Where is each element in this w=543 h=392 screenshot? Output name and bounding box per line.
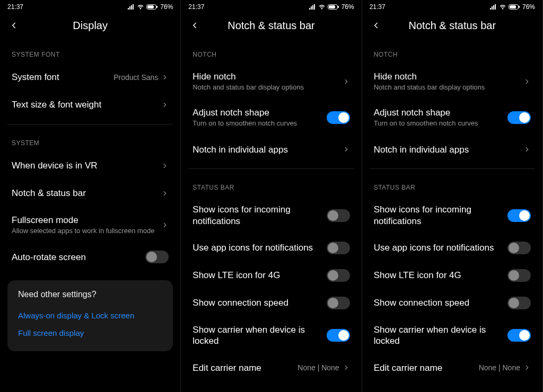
card-title: Need other settings? bbox=[18, 290, 162, 299]
toggle-speed[interactable] bbox=[507, 297, 531, 309]
toggle-autorotate[interactable] bbox=[145, 251, 169, 263]
signal-icon bbox=[309, 4, 316, 10]
toggle-lte[interactable] bbox=[327, 269, 350, 282]
row-app-icons[interactable]: Use app icons for notifications bbox=[370, 234, 535, 262]
row-title: Text size & font weight bbox=[12, 99, 161, 110]
chevron-right-icon bbox=[161, 162, 169, 170]
battery-pct: 76% bbox=[160, 3, 173, 11]
back-button[interactable] bbox=[7, 19, 20, 32]
row-adjust-notch[interactable]: Adjust notch shape Turn on to smoothen n… bbox=[370, 100, 535, 136]
row-hide-notch[interactable]: Hide notch Notch and status bar display … bbox=[188, 64, 354, 100]
toggle-adjust-notch[interactable] bbox=[507, 111, 531, 124]
svg-rect-2 bbox=[156, 6, 157, 8]
status-bar: 21:37 76% bbox=[0, 0, 180, 13]
row-text-size[interactable]: Text size & font weight bbox=[7, 91, 173, 119]
header: Notch & status bar bbox=[181, 13, 361, 41]
row-notch-individual[interactable]: Notch in individual apps bbox=[188, 136, 354, 163]
svg-rect-7 bbox=[510, 5, 516, 8]
chevron-right-icon bbox=[343, 78, 350, 85]
row-title: Show connection speed bbox=[374, 297, 507, 308]
row-title: Show connection speed bbox=[192, 297, 326, 308]
toggle-lte[interactable] bbox=[507, 269, 531, 282]
row-value: Product Sans bbox=[113, 73, 158, 82]
row-system-font[interactable]: System font Product Sans bbox=[7, 64, 173, 91]
row-value: None | None bbox=[479, 363, 520, 372]
row-title: Notch in individual apps bbox=[192, 144, 342, 155]
status-bar: 21:37 76% bbox=[181, 0, 361, 13]
chevron-left-icon bbox=[9, 21, 19, 30]
row-vr[interactable]: When device is in VR bbox=[7, 152, 173, 180]
chevron-left-icon bbox=[190, 21, 199, 30]
section-header-font: SYSTEM FONT bbox=[7, 41, 173, 64]
row-subtitle: Allow selected apps to work in fullscree… bbox=[12, 227, 161, 236]
toggle-show-icons[interactable] bbox=[327, 209, 350, 222]
row-title: Edit carrier name bbox=[192, 362, 297, 373]
row-show-icons[interactable]: Show icons for incoming notifications bbox=[370, 197, 535, 234]
svg-rect-1 bbox=[147, 5, 154, 8]
section-header-notch: NOTCH bbox=[370, 41, 535, 64]
row-title: Show carrier when device is locked bbox=[374, 324, 507, 347]
chevron-right-icon bbox=[161, 221, 169, 229]
row-autorotate[interactable]: Auto-rotate screen bbox=[7, 243, 173, 271]
row-show-icons[interactable]: Show icons for incoming notifications bbox=[188, 197, 354, 234]
toggle-app-icons[interactable] bbox=[507, 242, 531, 254]
row-hide-notch[interactable]: Hide notch Notch and status bar display … bbox=[370, 64, 535, 100]
toggle-adjust-notch[interactable] bbox=[327, 111, 350, 124]
row-lte[interactable]: Show LTE icon for 4G bbox=[370, 262, 535, 289]
toggle-show-icons[interactable] bbox=[507, 209, 531, 222]
row-speed[interactable]: Show connection speed bbox=[188, 289, 354, 317]
row-edit-carrier[interactable]: Edit carrier name None | None bbox=[370, 354, 535, 381]
back-button[interactable] bbox=[370, 19, 382, 32]
row-title: Hide notch bbox=[374, 71, 523, 82]
page-title: Notch & status bar bbox=[227, 20, 315, 32]
chevron-right-icon bbox=[523, 146, 531, 153]
row-title: Show carrier when device is locked bbox=[192, 324, 326, 347]
row-adjust-notch[interactable]: Adjust notch shape Turn on to smoothen n… bbox=[188, 100, 354, 136]
status-time: 21:37 bbox=[188, 3, 204, 11]
section-header-statusbar: STATUS BAR bbox=[370, 174, 535, 197]
row-title: System font bbox=[12, 72, 113, 83]
screen-display: 21:37 76% Display SYSTEM FONT System fon… bbox=[0, 0, 181, 392]
row-title: Show icons for incoming notifications bbox=[374, 204, 507, 227]
chevron-left-icon bbox=[371, 21, 381, 30]
row-speed[interactable]: Show connection speed bbox=[370, 289, 535, 317]
card-other-settings: Need other settings? Always-on display &… bbox=[7, 280, 173, 351]
toggle-carrier[interactable] bbox=[327, 329, 350, 342]
link-fullscreen-display[interactable]: Full screen display bbox=[18, 324, 162, 342]
content: SYSTEM FONT System font Product Sans Tex… bbox=[0, 41, 180, 392]
status-time: 21:37 bbox=[370, 3, 386, 11]
row-title: Show LTE icon for 4G bbox=[192, 270, 326, 281]
content: NOTCH Hide notch Notch and status bar di… bbox=[181, 41, 361, 392]
row-carrier[interactable]: Show carrier when device is locked bbox=[370, 317, 535, 354]
battery-pct: 76% bbox=[341, 3, 354, 11]
row-title: Notch & status bar bbox=[12, 188, 161, 199]
row-title: Hide notch bbox=[192, 71, 342, 82]
chevron-right-icon bbox=[161, 190, 169, 197]
status-right: 76% bbox=[489, 3, 535, 11]
chevron-right-icon bbox=[343, 146, 350, 153]
row-carrier[interactable]: Show carrier when device is locked bbox=[188, 317, 354, 354]
row-title: Use app icons for notifications bbox=[374, 242, 507, 253]
back-button[interactable] bbox=[188, 19, 201, 32]
link-aod-lockscreen[interactable]: Always-on display & Lock screen bbox=[18, 307, 162, 324]
status-bar: 21:37 76% bbox=[362, 0, 542, 13]
wifi-icon bbox=[137, 4, 144, 10]
page-title: Display bbox=[73, 20, 108, 32]
toggle-speed[interactable] bbox=[327, 297, 350, 309]
row-title: Use app icons for notifications bbox=[192, 242, 326, 253]
toggle-app-icons[interactable] bbox=[327, 242, 350, 254]
row-title: Adjust notch shape bbox=[192, 107, 326, 118]
row-title: Show LTE icon for 4G bbox=[374, 270, 507, 281]
row-notch-statusbar[interactable]: Notch & status bar bbox=[7, 180, 173, 207]
row-fullscreen[interactable]: Fullscreen mode Allow selected apps to w… bbox=[7, 207, 173, 243]
row-app-icons[interactable]: Use app icons for notifications bbox=[188, 234, 354, 262]
row-notch-individual[interactable]: Notch in individual apps bbox=[370, 136, 535, 163]
header: Notch & status bar bbox=[362, 13, 542, 41]
toggle-carrier[interactable] bbox=[507, 329, 531, 342]
screen-notch-b: 21:37 76% Notch & status bar NOTCH Hide … bbox=[362, 0, 543, 392]
row-edit-carrier[interactable]: Edit carrier name None | None bbox=[188, 354, 354, 381]
status-right: 76% bbox=[127, 3, 173, 11]
signal-icon bbox=[489, 4, 497, 10]
row-lte[interactable]: Show LTE icon for 4G bbox=[188, 262, 354, 289]
row-subtitle: Notch and status bar display options bbox=[192, 83, 342, 92]
